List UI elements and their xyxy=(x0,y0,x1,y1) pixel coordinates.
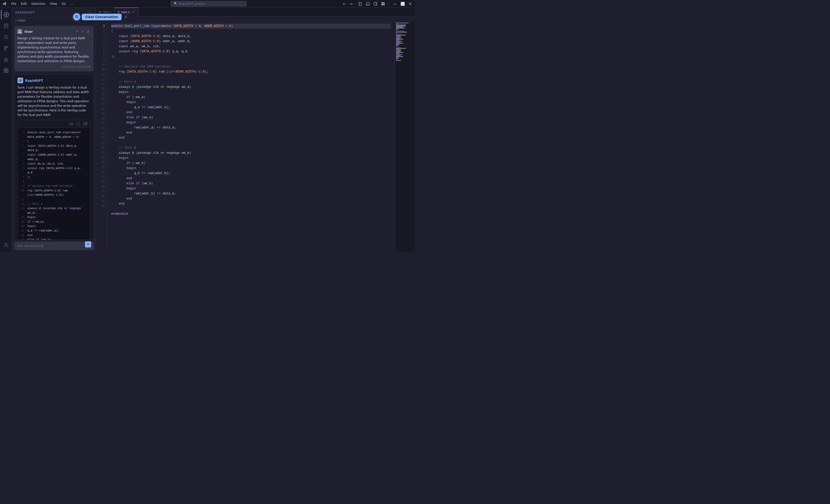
nav-buttons: ← → xyxy=(342,1,354,7)
maximize-button[interactable]: ⬜ xyxy=(400,1,405,7)
editor-line-30: q_b <= ram[addr_b]; xyxy=(111,171,391,176)
layout-toggle-icon[interactable] xyxy=(357,1,363,7)
clear-conversation-label[interactable]: Clear Conversation xyxy=(82,14,122,20)
main-layout: RAPIDDGPT ··· ▾ CHAT Cl xyxy=(0,8,415,252)
breadcrumb: V ram.v xyxy=(96,17,415,22)
layout-options-icon[interactable] xyxy=(380,1,386,7)
editor-line-13: always @ (posedge clk or negedge we_a) xyxy=(111,85,391,90)
editor-line-21: ram[addr_a] <= data_a; xyxy=(111,125,391,130)
titlebar: File Edit Selection View Go ... 🔍 RapidG… xyxy=(0,0,415,8)
editor-line-24 xyxy=(111,140,391,146)
copy-code-button[interactable] xyxy=(83,121,88,127)
svg-marker-21 xyxy=(5,58,8,61)
editor-main[interactable]: 1 2 3 4 5 6 7 8 9 10 11 12 13 14 15 16 1… xyxy=(96,22,415,252)
bot-message-header: RapidGPT xyxy=(18,78,90,83)
code-line-13: 13 always @ (posedge clk or negedge we_a… xyxy=(20,206,88,215)
extensions-activity-icon[interactable] xyxy=(1,65,11,75)
clear-icon[interactable] xyxy=(73,13,80,20)
svg-point-28 xyxy=(5,243,7,245)
menu-file[interactable]: File xyxy=(9,2,18,6)
user-message-header: User ✏ ↺ 🗑 xyxy=(17,29,91,34)
code-line-5: 5 input we_a, we_b, clk, xyxy=(20,162,88,166)
menu-selection[interactable]: Selection xyxy=(29,2,47,6)
nav-back-button[interactable]: ← xyxy=(342,1,347,7)
svg-rect-25 xyxy=(6,68,8,70)
search-activity-icon[interactable] xyxy=(1,32,11,42)
menu-more[interactable]: ... xyxy=(68,2,75,6)
editor-line-8 xyxy=(111,59,391,64)
tooltip-settings-icon[interactable]: ⚙ xyxy=(123,14,129,20)
chat-label: CHAT xyxy=(18,19,26,22)
editor-line-23: end xyxy=(111,135,391,140)
nav-forward-button[interactable]: → xyxy=(348,1,354,7)
editor-code[interactable]: module dual_port_ram #(parameter DATA_WI… xyxy=(107,22,395,252)
run-debug-activity-icon[interactable] xyxy=(1,54,11,64)
wrap-code-button[interactable] xyxy=(68,121,74,127)
edit-message-button[interactable]: ✏ xyxy=(75,29,79,34)
explorer-activity-icon[interactable] xyxy=(1,21,11,31)
chat-messages-list[interactable]: User ✏ ↺ 🗑 Design a Verilog module for a… xyxy=(12,24,96,240)
account-icon[interactable] xyxy=(1,240,11,250)
editor-line-6: output reg [DATA_WIDTH-1:0] q_a, q_b xyxy=(111,49,391,54)
svg-rect-9 xyxy=(383,4,385,5)
chat-send-button[interactable] xyxy=(85,241,91,247)
svg-point-17 xyxy=(4,46,6,48)
refresh-message-button[interactable]: ↺ xyxy=(81,29,85,34)
bot-avatar xyxy=(18,78,23,83)
command-search-box[interactable]: 🔍 RapidGPT_project xyxy=(170,1,247,7)
rapiddgpt-activity-icon[interactable] xyxy=(1,10,11,20)
svg-rect-24 xyxy=(4,68,6,70)
vscode-logo-icon xyxy=(2,2,7,6)
svg-point-18 xyxy=(6,46,8,48)
svg-line-16 xyxy=(7,38,8,39)
code-line-7: 7 ); xyxy=(20,175,88,180)
close-button[interactable]: ✕ xyxy=(407,1,413,7)
sidebar-toggle-icon[interactable] xyxy=(373,1,378,7)
editor-line-35: end xyxy=(111,196,391,201)
user-name-label: User xyxy=(24,30,33,33)
panel-toggle-icon[interactable] xyxy=(365,1,371,7)
code-line-11: 11 xyxy=(20,197,88,202)
code-line-17: 17 q_a <= ram[addr_a]; xyxy=(20,229,88,233)
editor-line-28: if (~we_b) xyxy=(111,161,391,166)
code-line-12: 12 // Port A xyxy=(20,202,88,207)
line-numbers: 1 2 3 4 5 6 7 8 9 10 11 12 13 14 15 16 1… xyxy=(96,22,107,252)
svg-rect-37 xyxy=(84,123,86,126)
chat-input-container: Ask me anything xyxy=(14,242,94,250)
svg-rect-4 xyxy=(374,2,377,5)
activity-bar xyxy=(0,8,12,252)
source-control-activity-icon[interactable] xyxy=(1,43,11,53)
svg-rect-11 xyxy=(4,24,8,28)
editor-line-4: input [ADDR_WIDTH-1:0] addr_a, addr_b, xyxy=(111,39,391,44)
search-text: RapidGPT_project xyxy=(179,2,206,6)
svg-rect-27 xyxy=(6,71,8,72)
tab-close-button[interactable]: ✕ xyxy=(131,10,135,14)
user-message-1: User ✏ ↺ 🗑 Design a Verilog module for a… xyxy=(14,26,94,71)
editor-line-29: begin xyxy=(111,166,391,171)
svg-rect-3 xyxy=(366,4,369,5)
menu-edit[interactable]: Edit xyxy=(19,2,29,6)
expand-code-button[interactable] xyxy=(75,121,81,127)
delete-message-button[interactable]: 🗑 xyxy=(86,29,91,34)
editor-line-14: begin xyxy=(111,90,391,95)
window-controls: — ⬜ ✕ xyxy=(357,1,413,7)
bot-name-label: RapidGPT xyxy=(25,79,43,83)
chat-input-placeholder[interactable]: Ask me anything xyxy=(18,244,43,248)
svg-rect-7 xyxy=(383,2,385,4)
code-line-14: 14 begin xyxy=(20,215,88,220)
menu-view[interactable]: View xyxy=(48,2,59,6)
code-line-4: 4 input [ADDR_WIDTH-1:0] addr_a, addr_b, xyxy=(20,153,88,162)
minimize-button[interactable]: — xyxy=(392,1,398,7)
svg-rect-8 xyxy=(382,4,383,5)
minimap xyxy=(395,22,415,252)
editor-line-37 xyxy=(111,206,391,211)
user-message-text: Design a Verilog module for a dual port … xyxy=(17,36,91,63)
svg-point-32 xyxy=(19,30,21,32)
editor-line-18: end xyxy=(111,110,391,115)
editor-line-32: else if (we_b) xyxy=(111,181,391,186)
code-line-6: 6 output reg [DATA_WIDTH-1:0] q_a, q_b xyxy=(20,166,88,175)
editor-line-33: begin xyxy=(111,186,391,191)
menu-bar: File Edit Selection View Go ... xyxy=(9,2,75,6)
menu-go[interactable]: Go xyxy=(60,2,68,6)
code-line-10: 10 reg [DATA_WIDTH-1:0] ram [(1<<ADDR_WI… xyxy=(20,189,88,197)
